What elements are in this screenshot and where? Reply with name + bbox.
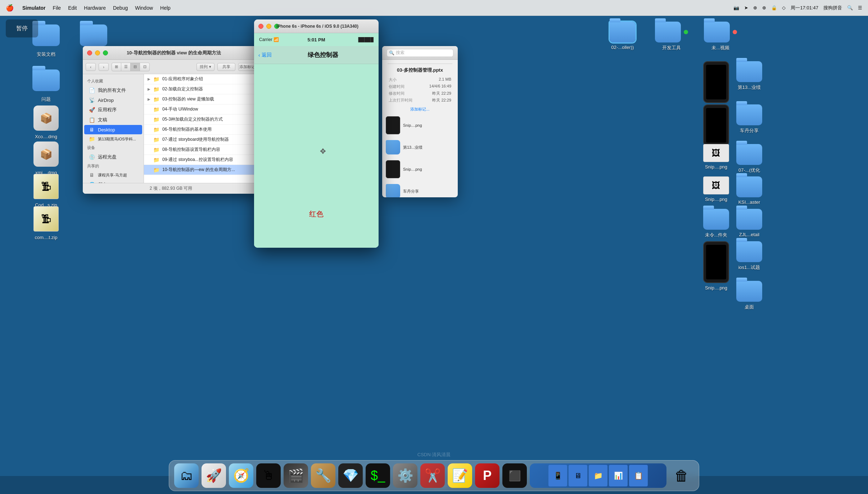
dock-item-mouse[interactable]: 🖱 [256,463,281,488]
size-value: 2.1 MB [439,77,451,82]
bookmark-button[interactable]: 添加标记 [238,63,256,71]
desktop-icon-com-zip[interactable]: 🗜 com....t.zip [24,205,68,240]
menubar-search-icon[interactable]: 🔍 [847,5,853,10]
back-chevron-icon: ‹ [258,52,260,58]
sidebar-item-heima[interactable]: 📁 第13期黑马iOS学科... [84,134,142,144]
dock-item-notes[interactable]: 📝 [448,463,472,488]
table-row[interactable]: ▶ 📁 02-加载自定义控制器 [144,84,259,94]
sidebar-item-remote-disc[interactable]: 💿 远程光盘 [84,152,142,162]
forward-button[interactable]: › [99,63,109,71]
table-row[interactable]: ▶ 📁 10-导航控制器的—ew 的生命周期方... [144,165,259,175]
close-button[interactable] [87,50,92,55]
item-label: 第13...业绩 [403,145,422,150]
back-button[interactable]: ‹ [86,63,96,71]
dock-item-dev[interactable]: 💎 [338,463,363,488]
apps-icon: 🚀 [89,107,95,113]
desktop-icon-dev-tools[interactable]: 开发工具 [650,22,693,51]
phone-thumbnail [386,116,400,134]
menu-file[interactable]: File [53,5,61,11]
desktop-icon-snip3[interactable]: 🖼 Snip....png [703,144,729,170]
list-item[interactable]: Snip....png [386,115,454,136]
sidebar-item-label: AirDrop [98,98,114,103]
sim-back-button[interactable]: ‹ 返回 [258,52,272,58]
preview-thumbnail: UINavigationController的view结构 绿色 橙色 导航 [388,63,452,64]
back-label: 返回 [262,52,272,58]
sidebar-item-course-share[interactable]: 🖥 课程共享-马方超 [84,170,142,180]
sidebar-item-all-files[interactable]: 📄 我的所有文件 [84,85,142,95]
list-item[interactable]: 第13...业绩 [386,139,454,156]
desktop-icon-zjl-etail[interactable]: ZJL...etail [736,209,762,237]
sim-navbar: ‹ 返回 绿色控制器 [254,46,379,64]
desktop-icon-unconf-folder[interactable]: 未令...件夹 [703,209,729,238]
menu-hardware[interactable]: Hardware [84,5,106,11]
dock-item-wps[interactable]: P [475,463,499,488]
table-row[interactable]: ▶ 📁 04-手动 UIWindow [144,104,259,114]
table-row[interactable]: ▶ 📁 06-导航控制器的基本使用 [144,125,259,135]
menu-simulator[interactable]: Simulator [22,5,46,11]
dock-item-video[interactable]: 🎬 [284,463,308,488]
list-view-button[interactable]: ☰ [121,63,131,71]
menu-edit[interactable]: Edit [68,5,77,11]
desktop-icon-07-opt[interactable]: 07-...(优化 [736,144,762,174]
desktop-icon-snip5[interactable]: Snip....png [703,241,729,291]
dock-item-sysprefs[interactable]: ⚙️ [393,463,417,488]
dock-item-safari[interactable]: 🧭 [229,463,253,488]
arrange-button[interactable]: 排列 ▾ [196,63,214,71]
preview-search[interactable]: 🔍 搜索 [386,49,453,57]
finder-sidebar: 个人收藏 📄 我的所有文件 📡 AirDrop 🚀 应用程序 📋 文稿 🖥 De… [83,74,144,183]
pause-button[interactable]: 暂停 [6,19,38,37]
table-row[interactable]: ▶ 📁 09-通过 storyboa...控设置导航栏内容 [144,155,259,165]
dock-item-black1[interactable]: ⬛ [502,463,527,488]
sidebar-item-label: 应用程序 [98,107,117,113]
sidebar-item-desktop[interactable]: 🖥 Desktop [84,125,142,134]
desktop-icon-xcode-dmg[interactable]: 📦 Xco....dmg [24,104,68,139]
nav-box-green: 绿色 [401,63,419,64]
menu-help[interactable]: Help [160,5,171,11]
list-item[interactable]: 车丹分享 [386,183,454,197]
desktop-icon-chadan[interactable]: 车丹分享 [736,104,762,134]
table-row[interactable]: ▶ 📁 07-通过 storyboard使用导航控制器 [144,135,259,145]
add-note-button[interactable]: 添加标记... [410,107,429,112]
table-row[interactable]: ▶ 📁 03-控制器的 view 是懒加载 [144,94,259,104]
menu-window[interactable]: Window [135,5,153,11]
desktop-icon-ksi-aster[interactable]: KSI...aster [736,176,762,205]
desktop-icon-unknown-video[interactable]: 未...视频 [699,22,742,51]
menubar-ime[interactable]: 搜狗拼音 [823,5,842,11]
dock-item-tools[interactable]: 🔧 [311,463,335,488]
sim-content: ✥ 红色 [254,64,379,248]
menubar-menu-icon[interactable]: ☰ [858,5,862,10]
menu-debug[interactable]: Debug [113,5,128,11]
desktop-icon-13th[interactable]: 第13...业绩 [736,61,762,91]
desktop-icon-xmi-dmg[interactable]: 📦 xmi....dmg [24,140,68,175]
sidebar-item-all-shared[interactable]: 🌐 所有... [84,180,142,183]
dock-item-windows[interactable]: 📱 🖥 📁 📊 📋 [530,463,666,488]
action-button[interactable]: 共享 [217,63,235,71]
column-view-button[interactable]: ⊟ [131,63,140,71]
list-item[interactable]: Snip....png [386,159,454,180]
sidebar-item-airdrop[interactable]: 📡 AirDrop [84,95,142,105]
icon-view-button[interactable]: ⊞ [112,63,121,71]
desktop-icon-snip1[interactable]: Snip....png [703,61,729,111]
dock-item-trash[interactable]: 🗑 [669,463,694,488]
desktop-icon-cod-zip[interactable]: 🗜 Cod...s.zip [24,173,68,208]
dock-item-finder[interactable]: 🗂 [174,463,199,488]
sidebar-item-apps[interactable]: 🚀 应用程序 [84,105,142,115]
item-label: Snip....png [403,167,422,171]
desktop-icon-snip4[interactable]: 🖼 Snip....png [703,176,729,202]
table-row[interactable]: ▶ 📁 08-导航控制器设置导航栏内容 [144,145,259,155]
sim-screen: Carrier 📶 5:01 PM █████ ‹ 返回 绿色控制器 ✥ 红色 [254,33,379,248]
desktop-icon-02-oller[interactable]: 02-...oller)) [601,22,644,50]
table-row[interactable]: ▶ 📁 01-应用程序对象介绍 [144,74,259,84]
desktop-icon-table[interactable]: 桌面 [736,281,762,310]
desktop-icon-questions[interactable]: 问题 [24,67,68,103]
desktop-icon-ios1-exam[interactable]: ios1...试题 [736,241,762,271]
apple-menu[interactable]: 🍎 [6,4,14,12]
dock-item-xmind[interactable]: ✂️ [420,463,445,488]
dock-item-launchpad[interactable]: 🚀 [202,463,226,488]
search-placeholder: 搜索 [396,50,404,56]
finder-title: 10-导航控制器的控制器 view 的生命周期方法 [93,50,255,56]
dock-item-terminal[interactable]: $_ [366,463,390,488]
sidebar-item-documents[interactable]: 📋 文稿 [84,115,142,125]
cover-flow-button[interactable]: ⊡ [140,63,149,71]
table-row[interactable]: ▶ 📁 05-3种加载自定义控制器的方式 [144,114,259,125]
